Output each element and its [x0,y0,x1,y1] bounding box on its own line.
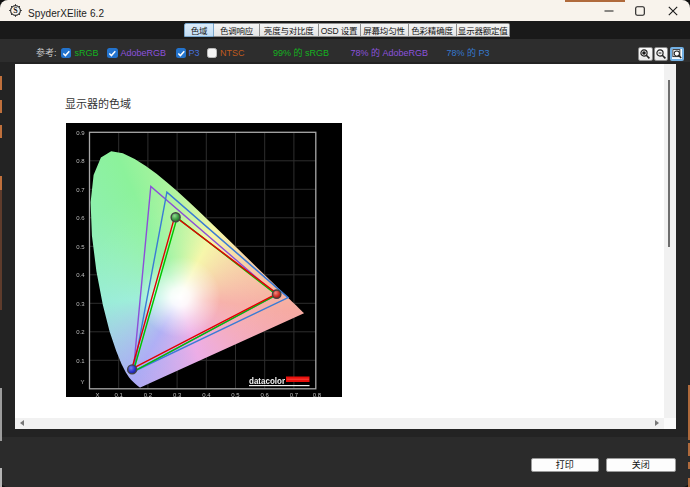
tab-label: 显示器额定值 [458,24,508,36]
tab-gamut[interactable]: 色域 [184,23,214,38]
window-title: SpyderXElite 6.2 [28,5,104,20]
tab-label: 色调响应 [220,24,253,36]
red-primary-marker [272,290,280,298]
gamut-sRGB [133,218,276,372]
vertical-scrollbar[interactable] [664,64,676,418]
datacolor-logo: datacolor [249,376,310,386]
app-window: S SpyderXElite 6.2 色域 色调响应 亮度与对比度 OSD 设置… [0,0,690,487]
check-icon [107,48,118,59]
close-button[interactable] [656,0,690,21]
gamut-AdobeRGB [133,187,276,372]
desktop-sliver-left-1 [0,76,2,90]
blue-primary-marker [128,365,137,374]
tab-osd-settings[interactable]: OSD 设置 [319,23,361,38]
p3-checkbox[interactable] [176,48,187,59]
toolbar: 参考: sRGB AdobeRGB P3 NTSC 99% 的 sRGB 78%… [0,39,690,63]
scrollbar-corner [664,418,676,429]
desktop-sliver-top [565,0,625,2]
close-dialog-button[interactable]: 关闭 [606,458,677,473]
zoom-out-icon [655,48,667,60]
gamut-display [132,216,277,369]
ntsc-checkbox[interactable] [207,48,218,59]
chromaticity-chart: X0.10.20.30.40.50.60.70.8Y0.10.20.30.40.… [66,123,342,397]
zoom-out-button[interactable] [654,47,669,62]
svg-text:S: S [13,6,18,15]
page-title: 显示器的色域 [65,95,131,111]
coverage-adobergb: 78% 的 AdobeRGB [351,44,429,63]
tab-label: OSD 设置 [321,24,358,36]
desktop-sliver-left-3 [0,125,2,138]
zoom-in-button[interactable] [638,47,653,62]
title-bar: S SpyderXElite 6.2 [0,0,690,21]
srgb-label: sRGB [75,44,99,63]
srgb-checkbox[interactable] [61,48,72,59]
tab-label: 屏幕均匀性 [363,24,405,36]
p3-label: P3 [189,44,200,63]
close-icon [668,6,678,16]
coverage-srgb: 99% 的 sRGB [273,44,329,63]
desktop-sliver-left-4 [0,176,2,190]
adobergb-label: AdobeRGB [121,44,167,63]
scroll-left-arrow[interactable] [20,420,24,426]
tab-list: 色域 色调响应 亮度与对比度 OSD 设置 屏幕均匀性 色彩精确度 显示器额定值 [184,23,510,38]
tab-monitor-rating[interactable]: 显示器额定值 [457,23,511,38]
desktop-sliver-left-6 [0,388,2,441]
bottom-bar: 打印 关闭 [0,437,690,487]
zoom-fit-button[interactable] [670,47,685,62]
tab-label: 色域 [191,24,208,36]
datacolor-logo-bar-stripe [287,379,309,380]
datacolor-logo-underline [249,385,310,386]
app-logo-icon: S [9,4,22,17]
ntsc-label: NTSC [220,44,245,63]
tab-screen-uniformity[interactable]: 屏幕均匀性 [361,23,409,38]
maximize-icon [635,6,645,16]
tab-strip: 色域 色调响应 亮度与对比度 OSD 设置 屏幕均匀性 色彩精确度 显示器额定值 [0,21,690,39]
green-primary-marker [171,213,180,222]
zoom-controls [637,47,684,62]
zoom-in-icon [639,48,651,60]
screen: S SpyderXElite 6.2 色域 色调响应 亮度与对比度 OSD 设置… [0,0,690,487]
datacolor-logo-text: datacolor [249,376,286,386]
check-icon [61,48,72,59]
tab-brightness-contrast[interactable]: 亮度与对比度 [260,23,319,38]
desktop-sliver-left-7 [0,468,2,487]
tab-color-accuracy[interactable]: 色彩精确度 [409,23,457,38]
print-button[interactable]: 打印 [531,458,599,473]
chart-gamut-layer: datacolor [66,123,342,397]
reference-label: 参考: [36,44,57,63]
vertical-scrollbar-thumb[interactable] [668,80,671,247]
minimize-button[interactable] [592,0,626,21]
tab-label: 亮度与对比度 [264,24,314,36]
adobergb-checkbox[interactable] [107,48,118,59]
check-icon [176,48,187,59]
coverage-p3: 78% 的 P3 [447,44,490,63]
report-view: 显示器的色域 X0.10.20.30.40.50.60.70.8Y0.10.20… [0,62,690,437]
minimize-icon [604,6,614,16]
horizontal-scrollbar[interactable] [15,418,664,429]
tab-tone-response[interactable]: 色调响应 [214,23,260,38]
desktop-sliver-left-2 [0,100,2,113]
zoom-fit-icon [672,48,683,60]
maximize-button[interactable] [623,0,657,21]
desktop-sliver-left-5 [0,190,2,310]
scroll-right-arrow[interactable] [655,420,659,426]
report-page: 显示器的色域 X0.10.20.30.40.50.60.70.8Y0.10.20… [15,64,664,418]
tab-label: 色彩精确度 [411,24,453,36]
